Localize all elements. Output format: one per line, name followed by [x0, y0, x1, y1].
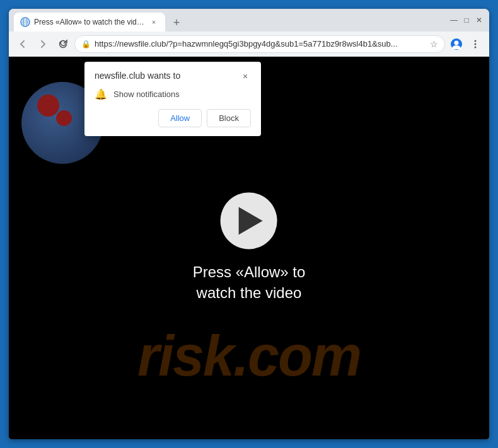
tab-title: Press «Allow» to watch the video: [34, 18, 145, 26]
back-icon: [18, 39, 28, 49]
profile-button[interactable]: [448, 35, 465, 53]
profile-icon: [450, 38, 463, 50]
refresh-icon: [58, 39, 68, 49]
svg-point-7: [475, 40, 477, 42]
popup-notification-row: 🔔 Show notifications: [95, 88, 251, 100]
menu-button[interactable]: [466, 35, 484, 53]
title-bar: Press «Allow» to watch the video × + — □…: [9, 9, 489, 32]
url-text: https://newsfile.club/?p=hazwmnlegq5gi3b…: [95, 39, 426, 49]
window-controls: — □ ✕: [449, 15, 484, 25]
refresh-button[interactable]: [54, 35, 72, 53]
forward-button[interactable]: [34, 35, 52, 53]
back-button[interactable]: [14, 35, 32, 53]
tab-area: Press «Allow» to watch the video × +: [14, 9, 441, 32]
address-icons: ☆: [430, 39, 438, 49]
bell-icon: 🔔: [95, 88, 107, 100]
popup-buttons: Allow Block: [95, 109, 251, 127]
minimize-button[interactable]: —: [449, 15, 459, 25]
watermark-text: risk.com: [9, 324, 489, 389]
svg-point-6: [455, 40, 459, 45]
lock-icon: 🔒: [81, 40, 91, 49]
popup-title: newsfile.club wants to: [95, 71, 180, 81]
notification-popup: newsfile.club wants to × 🔔 Show notifica…: [84, 62, 261, 136]
tab-close-button[interactable]: ×: [149, 17, 159, 27]
address-bar[interactable]: 🔒 https://newsfile.club/?p=hazwmnlegq5gi…: [74, 35, 445, 53]
page-content: risk.com Press «Allow» to watch the vide…: [9, 57, 489, 439]
play-triangle-icon: [239, 207, 263, 234]
svg-point-9: [475, 46, 477, 48]
menu-icon: [470, 39, 480, 49]
allow-button[interactable]: Allow: [158, 109, 202, 127]
popup-notification-text: Show notifications: [113, 89, 180, 99]
nav-bar: 🔒 https://newsfile.club/?p=hazwmnlegq5gi…: [9, 32, 489, 57]
bookmark-icon[interactable]: ☆: [430, 39, 438, 49]
popup-close-button[interactable]: ×: [240, 71, 251, 82]
tab-favicon-icon: [20, 17, 30, 27]
popup-header: newsfile.club wants to ×: [95, 71, 251, 82]
new-tab-button[interactable]: +: [168, 14, 185, 32]
active-tab[interactable]: Press «Allow» to watch the video ×: [14, 13, 165, 32]
forward-icon: [38, 39, 48, 49]
close-button[interactable]: ✕: [474, 15, 484, 25]
play-button-container: Press «Allow» to watch the video: [193, 192, 306, 304]
press-allow-text: Press «Allow» to watch the video: [193, 261, 306, 304]
block-button[interactable]: Block: [207, 109, 251, 127]
play-button[interactable]: [221, 192, 277, 249]
svg-point-8: [475, 43, 477, 45]
browser-window: Press «Allow» to watch the video × + — □…: [9, 9, 489, 439]
maximize-button[interactable]: □: [461, 15, 472, 25]
nav-right-icons: [448, 35, 484, 53]
